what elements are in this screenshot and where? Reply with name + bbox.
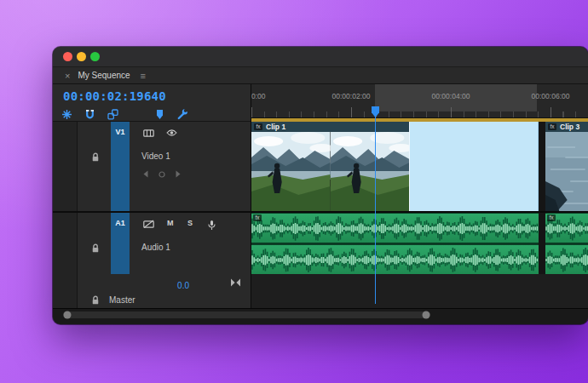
sync-lock-icon[interactable] bbox=[143, 220, 154, 229]
video-track-lane: fx Clip 1 bbox=[251, 122, 588, 211]
audio-track-target-button[interactable]: A1 bbox=[111, 213, 130, 274]
track-header-gutter bbox=[53, 213, 78, 274]
playhead-line bbox=[375, 116, 377, 304]
clip-thumbnail bbox=[545, 132, 588, 211]
panel-close-button[interactable]: × bbox=[65, 71, 70, 81]
audio-track-header: A1 M S Audio 1 bbox=[53, 213, 251, 274]
clip-label: Clip 3 bbox=[560, 123, 579, 131]
ruler-label: 00:00:00 bbox=[251, 92, 266, 100]
nest-icon[interactable] bbox=[61, 109, 72, 120]
master-volume-value[interactable]: 0.0 bbox=[147, 281, 189, 290]
ruler-major-ticks bbox=[251, 107, 588, 117]
ruler-label: 00:00:06:00 bbox=[532, 92, 570, 100]
linked-selection-icon[interactable] bbox=[107, 109, 118, 120]
zoom-window-button[interactable] bbox=[90, 52, 100, 61]
fx-badge-icon[interactable]: fx bbox=[547, 214, 556, 221]
ruler-label: 00:00:04:00 bbox=[432, 92, 470, 100]
track-lock-icon[interactable] bbox=[90, 295, 101, 306]
track-header-gutter bbox=[53, 274, 78, 308]
desktop-background: × My Sequence ≡ 00:00:02:19640 bbox=[0, 0, 588, 383]
clip-thumbnails bbox=[251, 132, 409, 211]
ruler-label: 00:00:02:00 bbox=[332, 92, 371, 100]
track-lock-icon[interactable] bbox=[90, 243, 101, 254]
clip-thumbnail bbox=[331, 132, 410, 211]
clip-title-bar: fx Clip 1 bbox=[251, 122, 409, 132]
timeline-header: 00:00:02:19640 bbox=[53, 84, 251, 122]
panel-menu-icon[interactable]: ≡ bbox=[141, 71, 146, 81]
fx-badge-icon[interactable]: fx bbox=[548, 123, 556, 130]
snap-icon[interactable] bbox=[84, 109, 95, 120]
audio-track-name: Audio 1 bbox=[141, 243, 170, 252]
clip-thumbnails bbox=[545, 132, 588, 211]
close-window-button[interactable] bbox=[63, 52, 72, 61]
audio-clip-1[interactable]: fx bbox=[251, 213, 539, 274]
next-keyframe-icon[interactable] bbox=[176, 170, 181, 178]
add-marker-icon[interactable] bbox=[154, 109, 165, 120]
audio-clip-3[interactable]: fx bbox=[545, 213, 588, 274]
zoom-handle-left-knob[interactable] bbox=[64, 311, 72, 318]
track-header-gutter bbox=[53, 122, 78, 211]
keyframe-navigator bbox=[143, 170, 181, 178]
zoom-handle-right-knob[interactable] bbox=[423, 311, 430, 318]
playhead[interactable] bbox=[372, 106, 379, 304]
video-track-header: V1 Video 1 bbox=[53, 122, 251, 211]
toggle-track-output-eye-icon[interactable] bbox=[166, 129, 177, 137]
video-clip-2-selected[interactable] bbox=[409, 122, 539, 211]
audio-channel-left bbox=[251, 213, 539, 243]
audio-track-lane: fx fx bbox=[251, 213, 588, 274]
fit-bowtie-icon[interactable] bbox=[230, 278, 241, 287]
solo-track-button[interactable]: S bbox=[187, 219, 193, 227]
video-track-name: Video 1 bbox=[141, 151, 170, 161]
playhead-timecode[interactable]: 00:00:02:19640 bbox=[63, 89, 166, 103]
mute-track-button[interactable]: M bbox=[167, 219, 174, 227]
window-footer bbox=[53, 320, 588, 324]
add-keyframe-icon[interactable] bbox=[159, 171, 165, 178]
app-window: × My Sequence ≡ 00:00:02:19640 bbox=[53, 47, 588, 324]
sync-lock-icon[interactable] bbox=[143, 129, 154, 138]
fx-badge-icon[interactable]: fx bbox=[254, 123, 262, 130]
track-headers-panel: 00:00:02:19640 bbox=[53, 84, 251, 308]
window-titlebar[interactable] bbox=[53, 47, 588, 67]
video-track-target-button[interactable]: V1 bbox=[111, 122, 130, 211]
timeline-area: 00:00:00 00:00:02:00 00:00:04:00 00:00:0… bbox=[251, 84, 588, 308]
zoom-scrollbar-handle[interactable] bbox=[63, 312, 430, 318]
video-clip-1[interactable]: fx Clip 1 bbox=[251, 122, 409, 211]
master-track-header: 0.0 Master bbox=[53, 274, 251, 308]
audio-channel-right bbox=[545, 244, 588, 274]
time-ruler[interactable]: 00:00:00 00:00:02:00 00:00:04:00 00:00:0… bbox=[251, 84, 588, 118]
voiceover-mic-icon[interactable] bbox=[208, 220, 216, 231]
clip-thumbnail bbox=[251, 132, 331, 211]
master-track-lane bbox=[251, 274, 588, 308]
timeline-settings-icon[interactable] bbox=[177, 109, 188, 120]
fx-badge-icon[interactable]: fx bbox=[253, 214, 262, 221]
timeline-toolbar bbox=[61, 109, 188, 120]
track-lock-icon[interactable] bbox=[90, 152, 101, 163]
video-clip-3[interactable]: fx Clip 3 bbox=[545, 122, 588, 211]
master-track-name: Master bbox=[109, 295, 135, 305]
clip-title-bar: fx Clip 3 bbox=[545, 122, 588, 132]
timeline-scrollbar bbox=[53, 308, 588, 320]
previous-keyframe-icon[interactable] bbox=[143, 170, 148, 178]
audio-channel-right bbox=[251, 244, 539, 274]
panel-tabbar: × My Sequence ≡ bbox=[53, 67, 588, 84]
clip-label: Clip 1 bbox=[266, 123, 285, 131]
minimize-window-button[interactable] bbox=[77, 52, 86, 61]
sequence-tab[interactable]: My Sequence bbox=[78, 71, 130, 80]
